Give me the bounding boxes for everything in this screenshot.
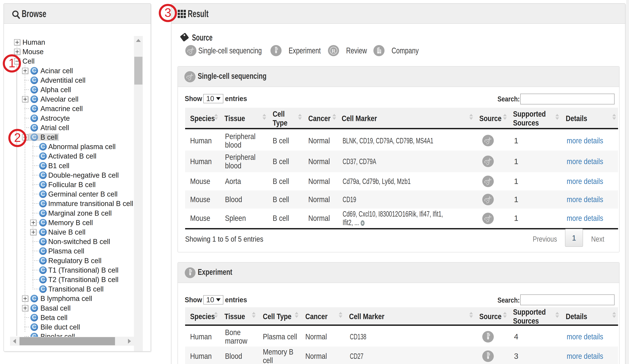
svg-text:R: R	[331, 48, 335, 54]
